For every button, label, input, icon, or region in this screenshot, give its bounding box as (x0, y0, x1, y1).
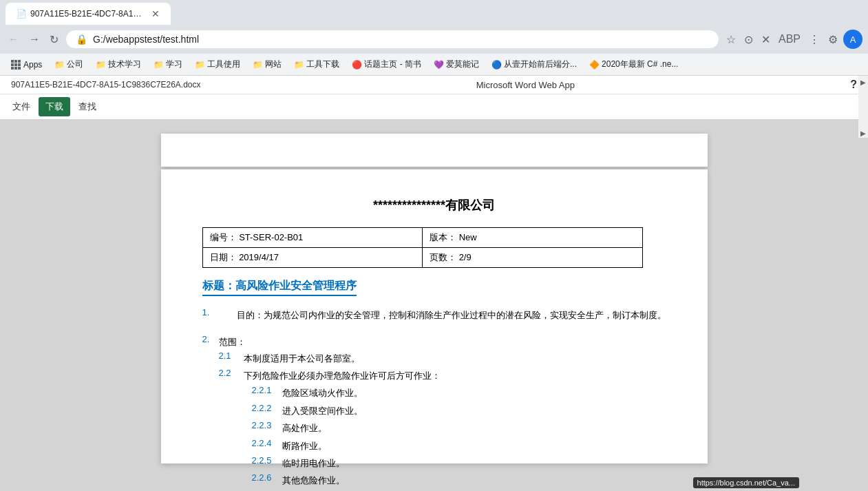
cong-favicon: 🔵 (491, 60, 501, 70)
sub-sub-text-2-2-1: 危险区域动火作业。 (282, 385, 363, 401)
svg-rect-0 (11, 60, 14, 63)
bookmark-aimo[interactable]: 💜 爱莫能记 (428, 56, 485, 72)
sub-sub-item-2-2-1: 2.2.1 危险区域动火作业。 (252, 385, 666, 401)
bookmark-xuexi[interactable]: 📁 学习 (148, 56, 188, 72)
bookmark-wangzhan[interactable]: 📁 网站 (247, 56, 287, 72)
bookmark-label-jianshu: 话题主页 - 简书 (364, 59, 421, 70)
bookmark-label-xuexi: 学习 (166, 59, 182, 70)
doc-section-2: 2. 范围： 2.1 本制度适用于本公司各部室。 2.2 下列危险 (202, 334, 666, 489)
sub-text-2-2: 下列危险作业必须办理危险作业许可后方可作业： (244, 368, 441, 384)
bookmark-jianshu[interactable]: 🔴 话题主页 - 简书 (346, 56, 427, 72)
doc-page-header (161, 134, 708, 167)
back-button[interactable]: ← (6, 30, 22, 48)
sub-sub-items-2-2: 2.2.1 危险区域动火作业。 2.2.2 进入受限空间作业。 2.2.3 高处… (252, 385, 666, 488)
momentum-icon[interactable]: ⊙ (741, 30, 756, 49)
browser-window: 📄 907A11E5-B21E-4DC7-8A15-1C9836C7E26A.d… (0, 0, 868, 491)
sub-sub-text-2-2-6: 其他危险作业。 (282, 472, 345, 488)
help-button[interactable]: ? (850, 79, 857, 91)
bookmark-label-aimo: 爱莫能记 (446, 59, 479, 70)
svg-rect-1 (14, 60, 17, 63)
active-tab[interactable]: 📄 907A11E5-B21E-4DC7-8A15-1C9836C7E26A.d… (6, 3, 171, 25)
csharp-favicon: 🔶 (589, 60, 599, 70)
bookmarks-bar: Apps 📁 公司 📁 技术学习 📁 学习 📁 工具使用 📁 网站 📁 工具下载… (0, 54, 868, 76)
adblock-icon[interactable]: ABP (776, 30, 803, 48)
sub-sub-item-2-2-4: 2.2.4 断路作业。 (252, 438, 666, 454)
nav-bar: ← → ↻ 🔒 G:/webappstest/test.html ☆ ⊙ ✕ A… (0, 25, 868, 54)
doc-header-table: 编号： ST-SER-02-B01 版本： New 日期： 2019/4/17 (202, 227, 643, 268)
word-info-bar: 907A11E5-B21E-4DC7-8A15-1C9836C7E26A.doc… (0, 76, 868, 94)
profile-button[interactable]: A (843, 30, 862, 49)
document-filename: 907A11E5-B21E-4DC7-8A15-1C9836C7E26A.doc… (11, 80, 201, 90)
word-toolbar-area: 907A11E5-B21E-4DC7-8A15-1C9836C7E26A.doc… (0, 76, 868, 120)
folder-icon-wangzhan: 📁 (253, 60, 262, 70)
bookmark-label-csharp: 2020年最新 C# .ne... (602, 59, 678, 70)
svg-rect-6 (11, 67, 14, 70)
sub-sub-num-2-2-3: 2.2.3 (252, 420, 279, 436)
apps-grid-icon (11, 60, 21, 70)
table-row-1: 编号： ST-SER-02-B01 版本： New (202, 227, 642, 247)
close-icon-btn[interactable]: ✕ (759, 30, 773, 49)
refresh-button[interactable]: ↻ (47, 30, 61, 49)
bookmark-apps[interactable]: Apps (6, 58, 47, 72)
bookmark-gongju[interactable]: 📁 工具使用 (189, 56, 246, 72)
section-2-para: 2. 范围： (202, 334, 666, 350)
word-app-title: Microsoft Word Web App (476, 80, 575, 90)
riqi-value: 2019/4/17 (239, 252, 279, 262)
extension-icon1[interactable]: ⋮ (806, 30, 823, 49)
scroll-indicator-mid: ▶ (860, 127, 866, 138)
bookmark-star-btn[interactable]: ☆ (723, 30, 739, 49)
svg-rect-3 (11, 63, 14, 66)
document-area[interactable]: ***************有限公司 编号： ST-SER-02-B01 版本… (0, 120, 868, 491)
bookmark-label-gongju: 工具使用 (207, 59, 240, 70)
word-web-app: 907A11E5-B21E-4DC7-8A15-1C9836C7E26A.doc… (0, 76, 868, 491)
address-bar[interactable]: 🔒 G:/webappstest/test.html (65, 30, 719, 49)
bookmark-xiazai[interactable]: 📁 工具下载 (288, 56, 345, 72)
bookmark-label-jishu: 技术学习 (108, 59, 141, 70)
section-1-text: 目的：为规范公司内作业的安全管理，控制和消除生产作业过程中的潜在风险，实现安全生… (219, 307, 666, 323)
apps-label: Apps (23, 60, 42, 70)
tab-title: 907A11E5-B21E-4DC7-8A15-1C9836C7E26A.doc… (30, 9, 145, 19)
sub-item-2-2: 2.2 下列危险作业必须办理危险作业许可后方可作业： (219, 368, 666, 384)
sub-num-2-1: 2.1 (219, 351, 241, 366)
sub-sub-num-2-2-1: 2.2.1 (252, 385, 279, 401)
sub-sub-num-2-2-2: 2.2.2 (252, 403, 279, 419)
sub-sub-num-2-2-4: 2.2.4 (252, 438, 279, 454)
tab-close-btn[interactable]: ✕ (151, 8, 160, 19)
section-2-subitems: 2.1 本制度适用于本公司各部室。 2.2 下列危险作业必须办理危险作业许可后方… (219, 351, 666, 489)
section-2-num: 2. (202, 334, 216, 350)
bookmark-gongsi[interactable]: 📁 公司 (49, 56, 89, 72)
right-sidebar-indicator: ▶ ▶ (858, 120, 868, 138)
tab-favicon: 📄 (17, 9, 26, 19)
bookmark-csharp[interactable]: 🔶 2020年最新 C# .ne... (584, 56, 684, 72)
nav-icons: ☆ ⊙ ✕ ABP ⋮ ⚙ A (723, 30, 862, 49)
folder-icon-xuexi: 📁 (154, 60, 163, 70)
bookmark-jishu[interactable]: 📁 技术学习 (90, 56, 147, 72)
section-1-num: 1. (202, 307, 216, 323)
sub-sub-text-2-2-5: 临时用电作业。 (282, 455, 345, 471)
search-menu-btn[interactable]: 查找 (72, 97, 103, 116)
download-menu-btn[interactable]: 下载 (39, 97, 70, 116)
table-row-2: 日期： 2019/4/17 页数： 2/9 (202, 247, 642, 267)
file-menu-btn[interactable]: 文件 (6, 97, 37, 116)
jianshu-favicon: 🔴 (352, 60, 361, 70)
table-cell-yeshu: 页数： 2/9 (423, 247, 643, 267)
sub-sub-num-2-2-6: 2.2.6 (252, 472, 279, 488)
forward-button[interactable]: → (26, 30, 43, 48)
bookmark-label-cong: 从壹开始前后端分... (504, 59, 577, 70)
doc-subtitle: 标题：高风险作业安全管理程序 (202, 279, 357, 296)
aimo-favicon: 💜 (434, 60, 443, 70)
folder-icon-xiazai: 📁 (294, 60, 304, 70)
svg-rect-2 (18, 60, 21, 63)
doc-page-main: ***************有限公司 编号： ST-SER-02-B01 版本… (161, 169, 708, 463)
yeshu-value: 2/9 (459, 252, 472, 262)
bookmark-cong[interactable]: 🔵 从壹开始前后端分... (486, 56, 582, 72)
secure-icon: 🔒 (76, 34, 87, 45)
banben-value: New (459, 232, 477, 242)
word-menu-bar: 文件 下载 查找 (0, 94, 868, 119)
bookmark-label-gongsi: 公司 (67, 59, 83, 70)
settings-icon[interactable]: ⚙ (825, 30, 840, 49)
banben-label: 版本： (430, 232, 456, 242)
sub-sub-text-2-2-3: 高处作业。 (282, 420, 327, 436)
sub-sub-text-2-2-4: 断路作业。 (282, 438, 327, 454)
table-cell-riqi: 日期： 2019/4/17 (202, 247, 423, 267)
